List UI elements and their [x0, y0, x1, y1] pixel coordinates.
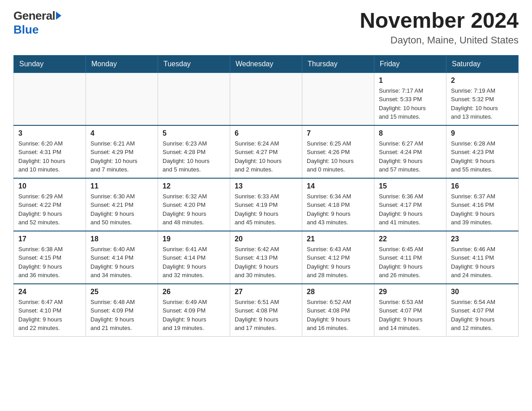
calendar-cell: 18Sunrise: 6:40 AM Sunset: 4:14 PM Dayli… — [86, 231, 158, 284]
day-info: Sunrise: 6:24 AM Sunset: 4:27 PM Dayligh… — [235, 139, 297, 174]
day-info: Sunrise: 6:40 AM Sunset: 4:14 PM Dayligh… — [90, 245, 153, 280]
day-info: Sunrise: 6:36 AM Sunset: 4:17 PM Dayligh… — [379, 192, 442, 227]
day-info: Sunrise: 6:20 AM Sunset: 4:31 PM Dayligh… — [18, 139, 81, 174]
header-thursday: Thursday — [302, 55, 374, 73]
day-info: Sunrise: 6:47 AM Sunset: 4:10 PM Dayligh… — [18, 298, 81, 333]
calendar-cell: 19Sunrise: 6:41 AM Sunset: 4:14 PM Dayli… — [158, 231, 230, 284]
day-info: Sunrise: 6:51 AM Sunset: 4:08 PM Dayligh… — [235, 298, 297, 333]
day-info: Sunrise: 6:33 AM Sunset: 4:19 PM Dayligh… — [235, 192, 297, 227]
calendar-cell: 6Sunrise: 6:24 AM Sunset: 4:27 PM Daylig… — [230, 125, 302, 178]
header-sunday: Sunday — [14, 55, 86, 73]
day-info: Sunrise: 6:29 AM Sunset: 4:22 PM Dayligh… — [18, 192, 81, 227]
page-header: General Blue November 2024 Dayton, Maine… — [13, 9, 519, 46]
calendar-cell: 22Sunrise: 6:45 AM Sunset: 4:11 PM Dayli… — [374, 231, 446, 284]
day-info: Sunrise: 7:17 AM Sunset: 5:33 PM Dayligh… — [379, 86, 442, 121]
logo-blue-text: Blue — [13, 23, 39, 37]
day-number: 19 — [163, 235, 225, 243]
day-number: 5 — [163, 129, 225, 137]
day-info: Sunrise: 6:53 AM Sunset: 4:07 PM Dayligh… — [379, 298, 442, 333]
day-info: Sunrise: 6:32 AM Sunset: 4:20 PM Dayligh… — [163, 192, 225, 227]
day-number: 18 — [90, 235, 153, 243]
day-number: 4 — [90, 129, 153, 137]
day-info: Sunrise: 6:23 AM Sunset: 4:28 PM Dayligh… — [163, 139, 225, 174]
day-info: Sunrise: 6:21 AM Sunset: 4:29 PM Dayligh… — [90, 139, 153, 174]
calendar-cell: 3Sunrise: 6:20 AM Sunset: 4:31 PM Daylig… — [14, 125, 86, 178]
day-number: 27 — [235, 288, 297, 296]
day-number: 9 — [451, 129, 514, 137]
calendar-week-row: 1Sunrise: 7:17 AM Sunset: 5:33 PM Daylig… — [14, 73, 519, 125]
day-info: Sunrise: 6:52 AM Sunset: 4:08 PM Dayligh… — [307, 298, 369, 333]
day-number: 7 — [307, 129, 369, 137]
day-number: 12 — [163, 182, 225, 190]
header-saturday: Saturday — [446, 55, 519, 73]
day-number: 30 — [451, 288, 514, 296]
day-number: 3 — [18, 129, 81, 137]
day-info: Sunrise: 6:46 AM Sunset: 4:11 PM Dayligh… — [451, 245, 514, 280]
day-info: Sunrise: 6:43 AM Sunset: 4:12 PM Dayligh… — [307, 245, 369, 280]
calendar-cell — [230, 73, 302, 125]
calendar-cell: 29Sunrise: 6:53 AM Sunset: 4:07 PM Dayli… — [374, 284, 446, 337]
calendar-cell — [14, 73, 86, 125]
day-info: Sunrise: 6:38 AM Sunset: 4:15 PM Dayligh… — [18, 245, 81, 280]
day-number: 22 — [379, 235, 442, 243]
calendar-header-row: Sunday Monday Tuesday Wednesday Thursday… — [14, 55, 519, 73]
calendar-cell: 4Sunrise: 6:21 AM Sunset: 4:29 PM Daylig… — [86, 125, 158, 178]
day-info: Sunrise: 6:25 AM Sunset: 4:26 PM Dayligh… — [307, 139, 369, 174]
calendar-cell: 14Sunrise: 6:34 AM Sunset: 4:18 PM Dayli… — [302, 178, 374, 231]
day-number: 24 — [18, 288, 81, 296]
calendar-week-row: 24Sunrise: 6:47 AM Sunset: 4:10 PM Dayli… — [14, 284, 519, 337]
day-info: Sunrise: 6:41 AM Sunset: 4:14 PM Dayligh… — [163, 245, 225, 280]
calendar-cell: 20Sunrise: 6:42 AM Sunset: 4:13 PM Dayli… — [230, 231, 302, 284]
day-number: 20 — [235, 235, 297, 243]
calendar-cell: 1Sunrise: 7:17 AM Sunset: 5:33 PM Daylig… — [374, 73, 446, 125]
day-info: Sunrise: 6:49 AM Sunset: 4:09 PM Dayligh… — [163, 298, 225, 333]
day-number: 13 — [235, 182, 297, 190]
day-info: Sunrise: 7:19 AM Sunset: 5:32 PM Dayligh… — [451, 86, 514, 121]
day-info: Sunrise: 6:28 AM Sunset: 4:23 PM Dayligh… — [451, 139, 514, 174]
day-info: Sunrise: 6:30 AM Sunset: 4:21 PM Dayligh… — [90, 192, 153, 227]
day-info: Sunrise: 6:54 AM Sunset: 4:07 PM Dayligh… — [451, 298, 514, 333]
logo: General Blue — [13, 9, 61, 37]
calendar-cell: 21Sunrise: 6:43 AM Sunset: 4:12 PM Dayli… — [302, 231, 374, 284]
calendar-table: Sunday Monday Tuesday Wednesday Thursday… — [13, 55, 519, 337]
calendar-cell: 12Sunrise: 6:32 AM Sunset: 4:20 PM Dayli… — [158, 178, 230, 231]
day-number: 11 — [90, 182, 153, 190]
calendar-cell: 8Sunrise: 6:27 AM Sunset: 4:24 PM Daylig… — [374, 125, 446, 178]
calendar-cell: 26Sunrise: 6:49 AM Sunset: 4:09 PM Dayli… — [158, 284, 230, 337]
calendar-cell: 28Sunrise: 6:52 AM Sunset: 4:08 PM Dayli… — [302, 284, 374, 337]
header-friday: Friday — [374, 55, 446, 73]
day-number: 14 — [307, 182, 369, 190]
calendar-week-row: 17Sunrise: 6:38 AM Sunset: 4:15 PM Dayli… — [14, 231, 519, 284]
day-number: 17 — [18, 235, 81, 243]
day-info: Sunrise: 6:45 AM Sunset: 4:11 PM Dayligh… — [379, 245, 442, 280]
calendar-cell: 16Sunrise: 6:37 AM Sunset: 4:16 PM Dayli… — [446, 178, 519, 231]
calendar-cell: 5Sunrise: 6:23 AM Sunset: 4:28 PM Daylig… — [158, 125, 230, 178]
day-info: Sunrise: 6:34 AM Sunset: 4:18 PM Dayligh… — [307, 192, 369, 227]
calendar-cell: 25Sunrise: 6:48 AM Sunset: 4:09 PM Dayli… — [86, 284, 158, 337]
day-number: 6 — [235, 129, 297, 137]
day-info: Sunrise: 6:27 AM Sunset: 4:24 PM Dayligh… — [379, 139, 442, 174]
day-number: 15 — [379, 182, 442, 190]
location-subtitle: Dayton, Maine, United States — [360, 34, 519, 46]
day-number: 29 — [379, 288, 442, 296]
calendar-cell: 11Sunrise: 6:30 AM Sunset: 4:21 PM Dayli… — [86, 178, 158, 231]
calendar-cell: 15Sunrise: 6:36 AM Sunset: 4:17 PM Dayli… — [374, 178, 446, 231]
day-number: 2 — [451, 77, 514, 85]
day-number: 1 — [379, 77, 442, 85]
logo-general-text: General — [13, 9, 55, 23]
day-number: 23 — [451, 235, 514, 243]
day-number: 10 — [18, 182, 81, 190]
day-number: 25 — [90, 288, 153, 296]
header-tuesday: Tuesday — [158, 55, 230, 73]
calendar-cell: 9Sunrise: 6:28 AM Sunset: 4:23 PM Daylig… — [446, 125, 519, 178]
calendar-cell: 13Sunrise: 6:33 AM Sunset: 4:19 PM Dayli… — [230, 178, 302, 231]
day-number: 26 — [163, 288, 225, 296]
calendar-cell: 7Sunrise: 6:25 AM Sunset: 4:26 PM Daylig… — [302, 125, 374, 178]
calendar-week-row: 10Sunrise: 6:29 AM Sunset: 4:22 PM Dayli… — [14, 178, 519, 231]
calendar-cell — [86, 73, 158, 125]
calendar-cell: 27Sunrise: 6:51 AM Sunset: 4:08 PM Dayli… — [230, 284, 302, 337]
calendar-cell: 24Sunrise: 6:47 AM Sunset: 4:10 PM Dayli… — [14, 284, 86, 337]
day-info: Sunrise: 6:48 AM Sunset: 4:09 PM Dayligh… — [90, 298, 153, 333]
month-title: November 2024 — [360, 9, 519, 33]
calendar-cell: 2Sunrise: 7:19 AM Sunset: 5:32 PM Daylig… — [446, 73, 519, 125]
